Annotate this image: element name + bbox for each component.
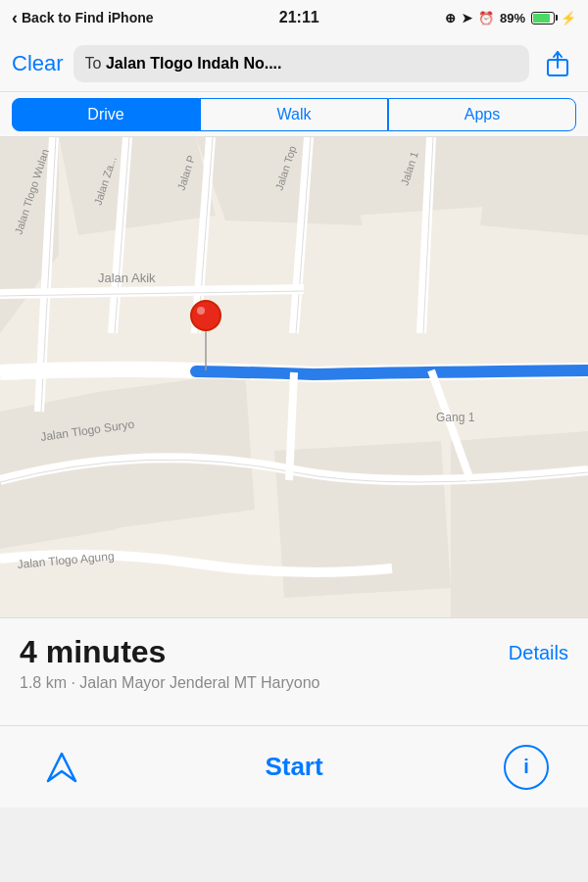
route-info-row: 4 minutes Details bbox=[20, 634, 568, 670]
tab-walk-label: Walk bbox=[277, 106, 312, 123]
destination-text: To Jalan Tlogo Indah No.... bbox=[85, 55, 282, 73]
battery-percent: 89% bbox=[500, 11, 525, 25]
info-button[interactable]: i bbox=[504, 745, 549, 790]
tab-drive[interactable]: Drive bbox=[12, 98, 200, 131]
svg-line-25 bbox=[289, 372, 294, 480]
status-time: 21:11 bbox=[279, 9, 319, 26]
location-arrow-icon bbox=[44, 750, 79, 785]
back-arrow-icon: ‹ bbox=[12, 8, 18, 28]
transport-tabs: Drive Walk Apps bbox=[0, 92, 588, 137]
tab-drive-label: Drive bbox=[87, 106, 123, 123]
svg-marker-9 bbox=[98, 372, 255, 529]
action-bar: Start i bbox=[0, 725, 588, 808]
alarm-icon: ⏰ bbox=[478, 11, 494, 25]
route-distance: 1.8 km bbox=[20, 674, 67, 691]
tab-walk[interactable]: Walk bbox=[200, 98, 388, 131]
destination-name: Jalan Tlogo Indah No.... bbox=[106, 55, 282, 72]
bottom-panel: 4 minutes Details 1.8 km · Jalan Mayor J… bbox=[0, 617, 588, 725]
map-svg: Jalan Tlogo Wulan Jalan Za... Jalan P Ja… bbox=[0, 137, 588, 617]
route-sub: 1.8 km · Jalan Mayor Jenderal MT Haryono bbox=[20, 674, 568, 692]
battery-icon bbox=[531, 12, 555, 24]
details-button[interactable]: Details bbox=[509, 634, 568, 664]
location-button[interactable] bbox=[39, 745, 84, 790]
info-icon: i bbox=[523, 756, 529, 778]
status-back[interactable]: ‹ Back to Find iPhone bbox=[12, 8, 154, 28]
route-time: 4 minutes bbox=[20, 634, 166, 670]
svg-point-37 bbox=[192, 302, 220, 329]
svg-marker-11 bbox=[451, 431, 588, 617]
bolt-icon: ⚡ bbox=[561, 11, 576, 25]
back-label: Back to Find iPhone bbox=[22, 10, 154, 25]
nav-bar: Clear To Jalan Tlogo Indah No.... bbox=[0, 35, 588, 92]
svg-point-38 bbox=[197, 307, 205, 315]
location-icon: ➤ bbox=[462, 11, 472, 25]
battery-fill bbox=[533, 14, 550, 23]
status-bar: ‹ Back to Find iPhone 21:11 ⊕ ➤ ⏰ 89% ⚡ bbox=[0, 0, 588, 35]
share-icon bbox=[546, 50, 569, 77]
tab-apps[interactable]: Apps bbox=[388, 98, 576, 131]
globe-icon: ⊕ bbox=[445, 11, 456, 25]
start-button[interactable]: Start bbox=[265, 752, 322, 782]
map-area[interactable]: Jalan Tlogo Wulan Jalan Za... Jalan P Ja… bbox=[0, 137, 588, 617]
route-street: Jalan Mayor Jenderal MT Haryono bbox=[79, 674, 319, 691]
share-button[interactable] bbox=[539, 45, 576, 82]
svg-text:Jalan Akik: Jalan Akik bbox=[98, 270, 156, 285]
svg-marker-39 bbox=[48, 754, 75, 781]
battery-container bbox=[531, 12, 555, 24]
destination-field: To Jalan Tlogo Indah No.... bbox=[74, 45, 529, 82]
svg-text:Gang 1: Gang 1 bbox=[436, 411, 475, 424]
svg-marker-6 bbox=[343, 137, 500, 216]
clear-button[interactable]: Clear bbox=[12, 51, 64, 76]
tab-apps-label: Apps bbox=[465, 106, 500, 123]
status-icons: ⊕ ➤ ⏰ 89% ⚡ bbox=[445, 11, 576, 25]
svg-marker-7 bbox=[480, 137, 588, 235]
